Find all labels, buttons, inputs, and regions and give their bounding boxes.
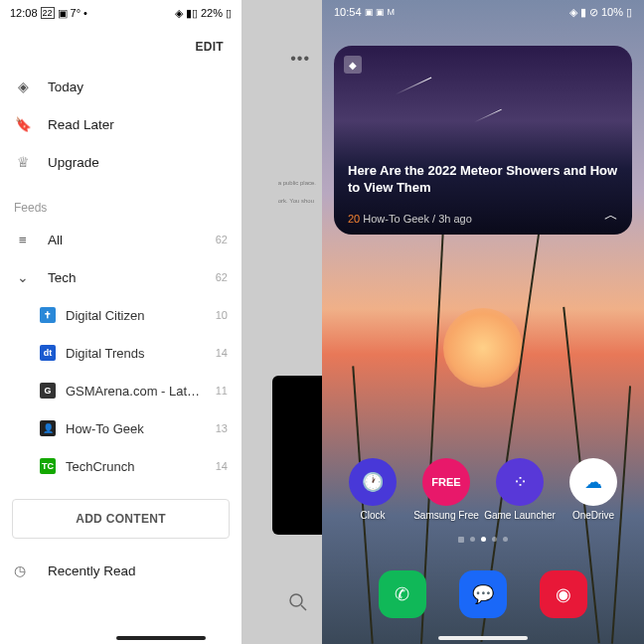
feed-gsmarena[interactable]: G GSMArena.com - Latest ... 11	[0, 372, 242, 409]
nav-upgrade[interactable]: ♕ Upgrade	[0, 143, 242, 181]
background-text: a public place.ork. You shou	[278, 179, 316, 206]
status-bar-left: 12:08 22 ▣ 7° • ◈ ▮▯ 22% ▯	[0, 0, 242, 26]
status-icon: ▣ ▣ M	[365, 7, 396, 17]
signal-icon: ▮	[580, 6, 586, 19]
widget-meta: 20 How-To Geek / 3h ago	[348, 213, 472, 225]
status-time: 10:54	[334, 6, 362, 18]
svg-line-1	[301, 605, 306, 610]
battery-icon: ▯	[226, 7, 232, 20]
feed-digital-citizen[interactable]: ✝ Digital Citizen 10	[0, 296, 242, 334]
status-badge: 22	[41, 7, 55, 19]
battery-icon: ▯	[626, 6, 632, 19]
clock-icon: 🕐	[349, 458, 397, 506]
widget-title: Here Are the 2022 Meteor Showers and How…	[348, 163, 618, 197]
app-phone[interactable]: ✆	[373, 570, 432, 618]
add-content-button[interactable]: ADD CONTENT	[12, 499, 230, 539]
more-icon[interactable]: •••	[290, 50, 310, 68]
nav-read-later[interactable]: 🔖 Read Later	[0, 105, 242, 143]
game-icon: ⁘	[496, 458, 544, 506]
feed-digital-trends[interactable]: dt Digital Trends 14	[0, 334, 242, 372]
background-card	[272, 376, 322, 535]
app-game-launcher[interactable]: ⁘ Game Launcher	[490, 458, 550, 521]
news-widget[interactable]: ◆ Here Are the 2022 Meteor Showers and H…	[334, 46, 632, 235]
status-dot: •	[83, 7, 87, 19]
battery-text: 22%	[201, 7, 223, 19]
chevron-down-icon: ⌄	[14, 269, 32, 285]
messages-icon: 💬	[459, 570, 507, 618]
today-icon: ◈	[14, 79, 32, 94]
phone-icon: ✆	[379, 570, 426, 618]
status-bar-right: 10:54 ▣ ▣ M ◈ ▮ ⊘ 10% ▯	[322, 0, 644, 24]
crown-icon: ♕	[14, 154, 32, 170]
status-media-icon: ▣	[58, 7, 68, 20]
dock: ✆ 💬 ◉	[322, 570, 644, 618]
home-dot	[458, 537, 464, 543]
feed-tech[interactable]: ⌄ Tech 62	[0, 258, 242, 296]
chevron-up-icon[interactable]: ︿	[604, 207, 618, 225]
nav-pill[interactable]	[116, 636, 206, 640]
app-onedrive[interactable]: ☁ OneDrive	[564, 458, 623, 521]
app-samsung-free[interactable]: FREE Samsung Free	[416, 458, 476, 521]
battery-text: 10%	[601, 6, 623, 18]
favicon: 👤	[40, 420, 56, 436]
favicon: G	[40, 383, 56, 399]
favicon: TC	[40, 458, 56, 474]
feed-techcrunch[interactable]: TC TechCrunch 14	[0, 447, 242, 485]
right-phone: 10:54 ▣ ▣ M ◈ ▮ ⊘ 10% ▯ ◆ Here Are the 2…	[322, 0, 644, 644]
dnd-icon: ⊘	[589, 6, 598, 19]
clock-icon: ◷	[14, 563, 32, 578]
nav-pill[interactable]	[438, 636, 528, 640]
page-indicator[interactable]	[458, 537, 508, 543]
camera-icon: ◉	[540, 570, 587, 618]
sunset	[443, 308, 523, 388]
app-camera[interactable]: ◉	[534, 570, 593, 618]
feed-howtogeek[interactable]: 👤 How-To Geek 13	[0, 409, 242, 447]
drawer-scrim[interactable]: ••• a public place.ork. You shou	[242, 0, 322, 644]
nav-today[interactable]: ◈ Today	[0, 68, 242, 105]
widget-app-icon: ◆	[344, 56, 362, 74]
left-phone: 12:08 22 ▣ 7° • ◈ ▮▯ 22% ▯ EDIT ◈ Today …	[0, 0, 322, 644]
app-messages[interactable]: 💬	[453, 570, 513, 618]
favicon: dt	[40, 345, 56, 361]
app-clock[interactable]: 🕐 Clock	[343, 458, 402, 521]
onedrive-icon: ☁	[569, 458, 617, 506]
feed-all[interactable]: ≡ All 62	[0, 221, 242, 258]
wifi-icon: ◈	[175, 7, 183, 20]
signal-icon: ▮▯	[186, 7, 198, 20]
bookmark-icon: 🔖	[14, 116, 32, 132]
status-temp: 7°	[71, 7, 81, 19]
favicon: ✝	[40, 307, 56, 323]
status-time: 12:08	[10, 7, 38, 19]
feedly-drawer: 12:08 22 ▣ 7° • ◈ ▮▯ 22% ▯ EDIT ◈ Today …	[0, 0, 242, 644]
edit-button[interactable]: EDIT	[0, 26, 242, 68]
wifi-icon: ◈	[569, 6, 577, 19]
app-row: 🕐 Clock FREE Samsung Free ⁘ Game Launche…	[322, 458, 644, 521]
feeds-header: Feeds	[0, 181, 242, 221]
svg-point-0	[290, 594, 302, 606]
free-icon: FREE	[422, 458, 470, 506]
hamburger-icon: ≡	[14, 233, 32, 247]
search-icon[interactable]	[288, 592, 308, 616]
recently-read[interactable]: ◷ Recently Read	[0, 553, 242, 588]
